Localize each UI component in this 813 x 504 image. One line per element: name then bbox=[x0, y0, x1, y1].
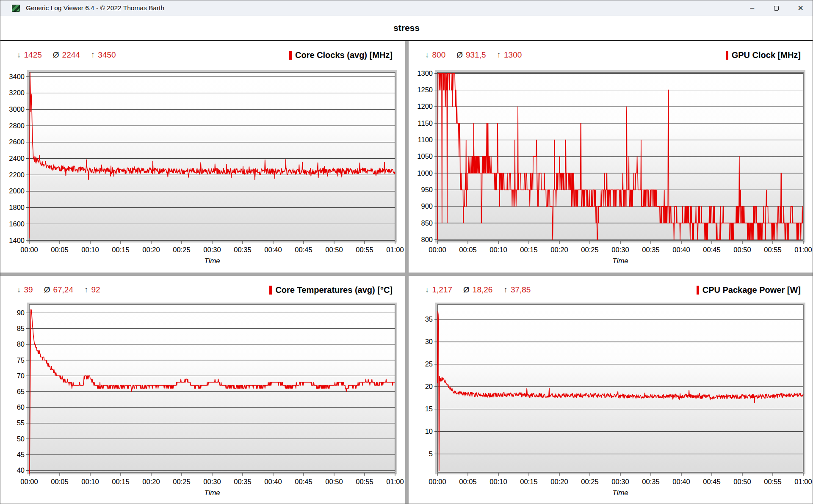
min-arrow-icon: ↓ bbox=[425, 50, 429, 60]
chart-svg-gpu-clock: 1300125012001150110010501000950900850800… bbox=[409, 66, 813, 273]
x-axis-label: 00:00 bbox=[20, 478, 38, 485]
title-bar: Generic Log Viewer 6.4 - © 2022 Thomas B… bbox=[0, 0, 813, 16]
y-axis-label: 3000 bbox=[9, 105, 25, 113]
x-axis-label: 00:55 bbox=[356, 246, 373, 253]
max-arrow-icon: ↑ bbox=[84, 285, 88, 295]
x-axis-label: 00:20 bbox=[550, 246, 568, 253]
legend-color-bar bbox=[269, 286, 272, 295]
x-axis-label: 00:50 bbox=[733, 246, 751, 253]
y-axis-label: 20 bbox=[425, 383, 433, 390]
stat-max-value: 92 bbox=[91, 285, 100, 295]
y-axis-label: 75 bbox=[17, 356, 25, 364]
x-axis-label: 00:00 bbox=[429, 246, 446, 253]
y-axis-label: 50 bbox=[17, 435, 25, 443]
y-axis-label: 950 bbox=[421, 186, 433, 193]
maximize-button[interactable] bbox=[764, 0, 788, 16]
plot-area bbox=[437, 305, 803, 472]
y-axis-label: 3200 bbox=[9, 89, 25, 96]
y-axis-label: 1250 bbox=[417, 86, 433, 94]
close-button[interactable]: ✕ bbox=[788, 0, 813, 16]
x-axis-label: 00:45 bbox=[703, 478, 720, 485]
y-axis-label: 3400 bbox=[9, 73, 25, 80]
x-axis-label: 00:20 bbox=[142, 478, 160, 485]
chart-panel-cpu-package-power: ↓ 1,217 Ø 18,26 ↑ 37,85 CPU Package Powe… bbox=[409, 276, 813, 504]
y-axis-label: 1150 bbox=[418, 119, 433, 127]
chart-stats: ↓ 1,217 Ø 18,26 ↑ 37,85 bbox=[425, 285, 542, 295]
x-axis-label: 00:55 bbox=[764, 478, 781, 485]
average-icon: Ø bbox=[456, 50, 463, 60]
minimize-icon: – bbox=[750, 4, 754, 12]
x-axis-label: 00:40 bbox=[264, 246, 282, 253]
chart-title-text: CPU Package Power [W] bbox=[702, 285, 801, 295]
average-icon: Ø bbox=[463, 285, 470, 295]
y-axis-label: 65 bbox=[17, 388, 25, 395]
x-axis-label: 00:50 bbox=[325, 246, 343, 253]
stat-min-value: 1,217 bbox=[432, 285, 453, 295]
x-axis-label: 01:00 bbox=[386, 478, 404, 485]
window-controls: – ✕ bbox=[740, 0, 813, 16]
chart-plot-core-temperatures: 908580757065605550454000:0000:0500:1000:… bbox=[0, 300, 405, 504]
chart-svg-core-temperatures: 908580757065605550454000:0000:0500:1000:… bbox=[0, 300, 405, 504]
chart-title: Core Temperatures (avg) [°C] bbox=[269, 285, 393, 295]
y-axis-label: 2400 bbox=[9, 154, 25, 162]
app-window: Generic Log Viewer 6.4 - © 2022 Thomas B… bbox=[0, 0, 813, 504]
x-axis-label: 00:50 bbox=[325, 478, 343, 485]
chart-header: ↓ 1,217 Ø 18,26 ↑ 37,85 CPU Package Powe… bbox=[409, 285, 813, 300]
x-axis-label: 00:45 bbox=[295, 478, 312, 485]
y-axis-label: 70 bbox=[17, 372, 25, 380]
x-axis-label: 00:40 bbox=[264, 478, 282, 485]
x-axis-label: 00:40 bbox=[672, 246, 690, 253]
maximize-icon bbox=[774, 6, 779, 11]
legend-color-bar bbox=[289, 51, 292, 60]
x-axis-label: 00:15 bbox=[112, 246, 129, 253]
y-axis-label: 15 bbox=[425, 405, 433, 413]
x-axis-label: 00:45 bbox=[295, 246, 312, 253]
y-axis-label: 2000 bbox=[9, 187, 25, 195]
y-axis-label: 1050 bbox=[417, 152, 433, 160]
chart-title: Core Clocks (avg) [MHz] bbox=[289, 50, 393, 60]
y-axis-label: 1400 bbox=[9, 237, 25, 244]
min-arrow-icon: ↓ bbox=[17, 285, 21, 295]
x-axis-label: 00:35 bbox=[234, 246, 251, 253]
chart-header: ↓ 39 Ø 67,24 ↑ 92 Core Temperatures (avg… bbox=[0, 285, 405, 300]
stat-min-value: 1425 bbox=[24, 50, 42, 60]
stat-min-value: 39 bbox=[24, 285, 33, 295]
close-icon: ✕ bbox=[797, 4, 803, 13]
plot-area bbox=[29, 305, 395, 472]
y-axis-label: 900 bbox=[421, 202, 433, 210]
x-axis-label: 00:25 bbox=[173, 478, 190, 485]
chart-stats: ↓ 39 Ø 67,24 ↑ 92 bbox=[17, 285, 111, 295]
x-axis-label: 00:35 bbox=[234, 478, 251, 485]
chart-stats: ↓ 1425 Ø 2244 ↑ 3450 bbox=[17, 50, 127, 60]
x-axis-label: 00:05 bbox=[51, 478, 68, 485]
y-axis-label: 80 bbox=[17, 340, 25, 348]
x-axis-label: 00:55 bbox=[356, 478, 373, 485]
x-axis-label: 00:45 bbox=[703, 246, 720, 253]
y-axis-label: 90 bbox=[17, 309, 25, 317]
chart-title-text: Core Clocks (avg) [MHz] bbox=[295, 50, 393, 60]
x-axis-title: Time bbox=[612, 257, 628, 265]
minimize-button[interactable]: – bbox=[740, 0, 764, 16]
x-axis-label: 01:00 bbox=[386, 246, 404, 253]
y-axis-label: 60 bbox=[17, 403, 25, 411]
y-axis-label: 2600 bbox=[9, 138, 25, 146]
chart-plot-gpu-clock: 1300125012001150110010501000950900850800… bbox=[409, 66, 813, 273]
x-axis-label: 00:20 bbox=[550, 478, 568, 485]
y-axis-label: 5 bbox=[429, 450, 433, 457]
x-axis-label: 00:25 bbox=[581, 246, 598, 253]
stat-avg-value: 931,5 bbox=[466, 50, 486, 60]
min-arrow-icon: ↓ bbox=[17, 50, 21, 60]
plot-area bbox=[29, 72, 395, 240]
x-axis-label: 00:35 bbox=[642, 246, 659, 253]
x-axis-title: Time bbox=[612, 489, 628, 497]
chart-plot-core-clocks: 3400320030002800260024002200200018001600… bbox=[0, 66, 405, 273]
y-axis-label: 1100 bbox=[418, 136, 433, 143]
x-axis-label: 00:05 bbox=[51, 246, 68, 253]
stat-avg-value: 18,26 bbox=[473, 285, 493, 295]
x-axis-label: 00:15 bbox=[520, 246, 537, 253]
legend-color-bar bbox=[726, 51, 728, 60]
y-axis-label: 1800 bbox=[9, 204, 25, 211]
x-axis-label: 00:35 bbox=[642, 478, 659, 485]
chart-title-text: Core Temperatures (avg) [°C] bbox=[275, 285, 393, 295]
chart-header: ↓ 1425 Ø 2244 ↑ 3450 Core Clocks (avg) [… bbox=[0, 50, 405, 66]
